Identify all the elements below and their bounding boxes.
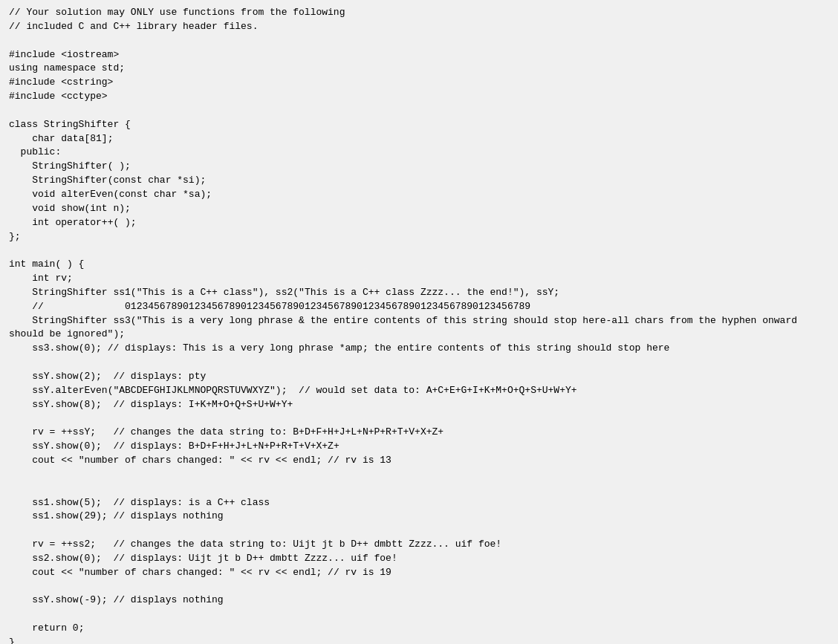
code-block: // Your solution may ONLY use functions … [9,6,829,644]
